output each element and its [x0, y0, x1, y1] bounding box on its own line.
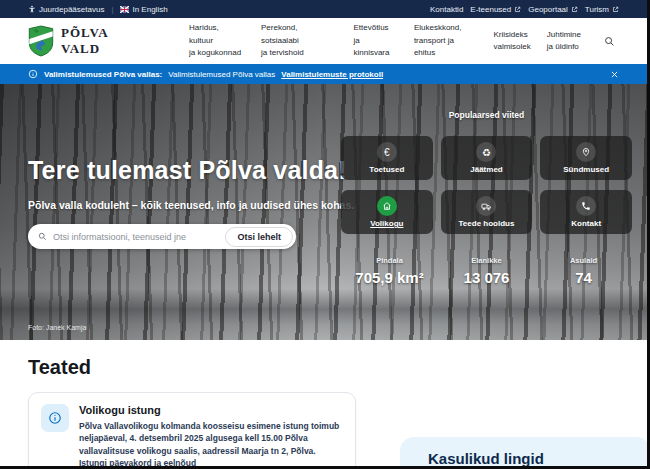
external-link-icon [571, 6, 578, 13]
site-name: PÕLVA VALD [61, 25, 151, 57]
quicklink-tiles: € Toetused ♻ Jäätmed Sündmused Volikogu [341, 136, 632, 234]
external-link-icon [612, 6, 619, 13]
notice-title: Volikogu istung [79, 404, 343, 416]
page: Juurdepääsetavus | In English Kontaktid … [0, 0, 650, 469]
utility-bar: Juurdepääsetavus | In English Kontaktid … [0, 0, 647, 18]
header-search-button[interactable] [599, 31, 619, 51]
main-header: PÕLVA VALD Haridus, kultuurja kogukonnad… [0, 18, 647, 64]
announcement-text: Valimistulemused Põlva vallas [168, 70, 275, 79]
recycle-icon: ♻ [476, 142, 496, 162]
nav-juhtimine[interactable]: Juhtimineja üldinfo [547, 29, 581, 54]
quicklinks-heading: Populaarsed viited [341, 110, 632, 120]
stat-elanikke: Elanikke 13 076 [438, 256, 535, 286]
divider: | [111, 5, 113, 14]
topbar-link-turism[interactable]: Turism [585, 5, 619, 14]
uk-flag-icon [120, 6, 129, 13]
accessibility-link[interactable]: Juurdepääsetavus [28, 5, 104, 14]
nav-ettevotlus[interactable]: Ettevõtlusja kinnisvara [353, 22, 397, 59]
tile-kontakt[interactable]: Kontakt [540, 190, 632, 234]
phone-icon [576, 196, 596, 216]
euro-icon: € [377, 142, 397, 162]
tile-volikogu[interactable]: Volikogu [341, 190, 433, 234]
search-icon [38, 232, 47, 241]
notices-heading: Teated [28, 356, 91, 379]
stat-pindala: Pindala 705,9 km² [341, 256, 438, 286]
site-search: Otsi lehelt [28, 224, 296, 249]
nav-elukeskkond[interactable]: Elukeskkond,transport ja ehitus [414, 22, 478, 59]
accessibility-icon [28, 5, 36, 13]
search-input[interactable] [47, 232, 225, 242]
hero-banner: Tere tulemast Põlva valda! Põlva valla k… [0, 84, 647, 340]
municipality-stats: Pindala 705,9 km² Elanikke 13 076 Asulai… [341, 256, 632, 286]
accessibility-label: Juurdepääsetavus [39, 5, 104, 14]
external-link-icon [514, 6, 521, 13]
coat-of-arms-icon [28, 25, 54, 57]
nav-haridus[interactable]: Haridus, kultuurja kogukonnad [189, 22, 245, 59]
hero-subtitle: Põlva valla koduleht – kõik teenused, in… [28, 199, 354, 211]
search-icon [604, 36, 615, 47]
main-nav: Haridus, kultuurja kogukonnad Perekond, … [189, 22, 581, 59]
home-icon [377, 196, 397, 216]
truck-icon [476, 196, 496, 216]
site-logo[interactable]: PÕLVA VALD [28, 25, 151, 57]
hero-title: Tere tulemast Põlva valda! [28, 156, 347, 185]
search-submit-button[interactable]: Otsi lehelt [225, 227, 293, 247]
tile-teede-hooldus[interactable]: Teede hooldus [441, 190, 533, 234]
language-label: In English [132, 5, 167, 14]
nav-kriisideks[interactable]: Kriisideksvalmisolek [493, 29, 530, 54]
useful-links-panel: Kasulikud lingid [400, 437, 650, 469]
notice-content: Volikogu istung Põlva Vallavolikogu kolm… [79, 404, 343, 469]
close-icon[interactable] [610, 70, 619, 79]
info-icon [41, 404, 69, 432]
announcement-title: Valimistulemused Põlva vallas: [44, 70, 162, 79]
useful-links-heading: Kasulikud lingid [428, 450, 650, 467]
topbar-link-eteenused[interactable]: E-teenused [470, 5, 521, 14]
nav-perekond[interactable]: Perekond, sotsiaalabija tervishoid [261, 22, 337, 59]
stat-asulaid: Asulaid 74 [535, 256, 632, 286]
map-pin-icon [576, 142, 596, 162]
tile-sundmused[interactable]: Sündmused [540, 136, 632, 180]
language-switch[interactable]: In English [120, 5, 167, 14]
topbar-link-geoportaal[interactable]: Geoportaal [528, 5, 578, 14]
notice-card[interactable]: Volikogu istung Põlva Vallavolikogu kolm… [28, 392, 356, 469]
info-icon [28, 69, 38, 79]
tile-toetused[interactable]: € Toetused [341, 136, 433, 180]
photo-credit: Foto: Janek Kamja [28, 324, 86, 331]
announcement-link[interactable]: Valimistulemuste protokoll [281, 70, 383, 79]
topbar-link-kontaktid[interactable]: Kontaktid [430, 5, 463, 14]
notice-body: Põlva Vallavolikogu kolmanda koosseisu e… [79, 420, 343, 469]
announcement-bar: Valimistulemused Põlva vallas: Valimistu… [0, 64, 647, 84]
tile-jaatmed[interactable]: ♻ Jäätmed [441, 136, 533, 180]
